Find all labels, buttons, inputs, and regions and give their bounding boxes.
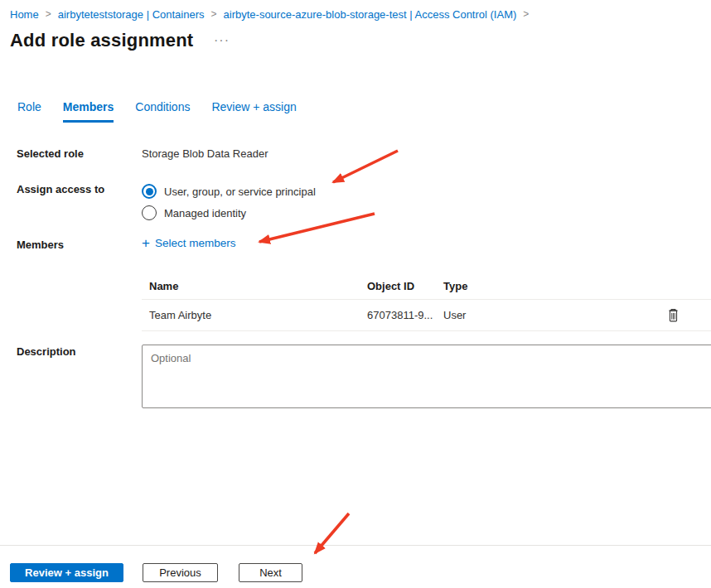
radio-unselected-icon	[142, 205, 157, 220]
assign-access-radio-group: User, group, or service principal Manage…	[142, 181, 316, 224]
member-name: Team Airbyte	[149, 309, 367, 321]
breadcrumb-storage-containers[interactable]: airbyteteststorage | Containers	[58, 8, 205, 21]
arrow-to-next-button	[315, 513, 349, 553]
radio-user-group-service-principal[interactable]: User, group, or service principal	[142, 181, 316, 202]
select-members-text: Select members	[155, 237, 236, 249]
delete-member-button[interactable]	[665, 306, 681, 324]
members-label: Members	[17, 239, 64, 251]
trash-icon	[667, 308, 680, 322]
radio-option-label: Managed identity	[164, 207, 246, 219]
add-role-assignment-page: Home > airbyteteststorage | Containers >…	[0, 0, 711, 588]
review-assign-button[interactable]: Review + assign	[10, 563, 123, 582]
plus-icon: +	[142, 236, 150, 250]
tab-role[interactable]: Role	[17, 100, 41, 123]
footer-divider	[0, 545, 711, 546]
table-row: Team Airbyte 67073811-9... User	[142, 300, 711, 331]
previous-button[interactable]: Previous	[143, 563, 218, 582]
chevron-right-icon: >	[211, 8, 217, 20]
member-type: User	[443, 309, 665, 321]
member-object-id: 67073811-9...	[367, 309, 443, 321]
radio-option-label: User, group, or service principal	[164, 186, 316, 198]
description-input[interactable]	[142, 345, 711, 408]
members-table: Name Object ID Type Team Airbyte 6707381…	[142, 274, 711, 331]
chevron-right-icon: >	[46, 8, 51, 20]
breadcrumb-home[interactable]: Home	[10, 8, 39, 21]
next-button[interactable]: Next	[239, 563, 302, 582]
chevron-right-icon: >	[523, 8, 529, 20]
description-label: Description	[17, 345, 76, 358]
page-title: Add role assignment	[10, 30, 193, 51]
tab-members[interactable]: Members	[63, 100, 114, 123]
table-header-row: Name Object ID Type	[142, 274, 711, 300]
assign-access-to-label: Assign access to	[17, 183, 104, 195]
tab-review-assign[interactable]: Review + assign	[211, 100, 296, 123]
selected-role-label: Selected role	[17, 147, 84, 160]
selected-role-value: Storage Blob Data Reader	[142, 147, 268, 160]
breadcrumb: Home > airbyteteststorage | Containers >…	[10, 8, 529, 21]
more-menu-icon[interactable]: ···	[214, 33, 230, 48]
breadcrumb-access-control-iam[interactable]: airbyte-source-azure-blob-storage-test |…	[224, 8, 517, 21]
radio-selected-icon	[142, 184, 157, 199]
select-members-link[interactable]: + Select members	[142, 236, 235, 250]
column-header-object-id: Object ID	[367, 280, 443, 292]
column-header-type: Type	[443, 280, 665, 292]
radio-managed-identity[interactable]: Managed identity	[142, 202, 316, 224]
tab-conditions[interactable]: Conditions	[135, 100, 190, 123]
arrow-to-radio	[333, 151, 398, 182]
wizard-tabs: Role Members Conditions Review + assign	[17, 100, 297, 123]
column-header-name: Name	[149, 280, 367, 292]
